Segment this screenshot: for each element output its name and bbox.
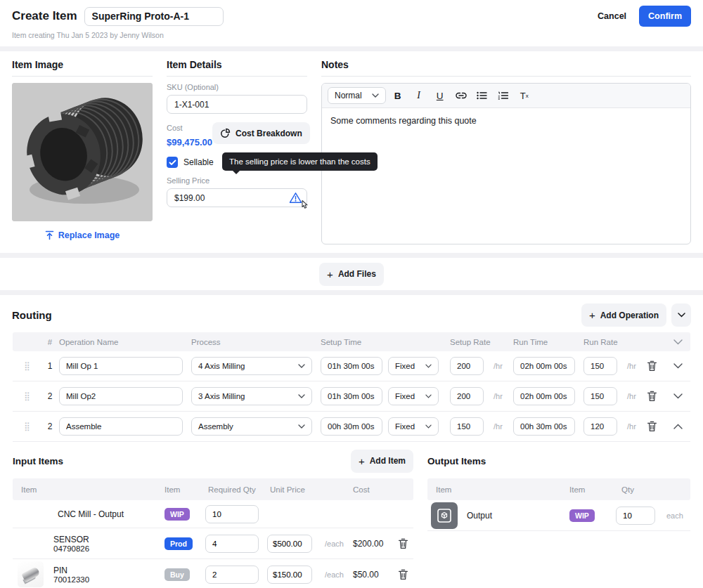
setup-time-input[interactable] [321,417,382,436]
rate-type-value: Fixed [395,422,415,431]
add-files-band: + Add Files [0,258,703,290]
item-type-badge: WIP [569,509,595,522]
drag-handle-icon[interactable]: ⣿ [13,422,41,431]
process-select[interactable]: Assembly [191,417,312,436]
item-name-input[interactable] [84,7,224,26]
operation-name-input[interactable] [59,387,183,405]
collapse-row-button[interactable] [665,424,690,429]
expand-row-button[interactable] [665,393,690,399]
setup-rate-input[interactable] [450,357,484,375]
delete-operation-button[interactable] [638,421,665,432]
clear-format-button[interactable]: Tx [515,87,534,104]
selling-price-input[interactable] [167,188,307,207]
section-divider [0,253,703,258]
drag-handle-icon[interactable]: ⣿ [13,361,41,371]
ordered-list-button[interactable] [494,87,512,104]
mouse-cursor-icon [299,200,310,214]
confirm-button[interactable]: Confirm [639,6,691,27]
item-sku-text: 70012330 [53,575,165,584]
operation-number: 2 [41,391,59,401]
input-items-section: Input Items + Add Item Item Item Require… [13,449,413,588]
expand-row-button[interactable] [665,363,690,369]
setup-rate-unit: /hr [488,422,509,431]
process-select[interactable]: 3 Axis Milling [191,387,312,405]
required-qty-input[interactable] [205,505,259,523]
italic-button[interactable]: I [410,87,428,104]
delete-operation-button[interactable] [638,391,665,402]
collapse-all-icon[interactable] [665,339,690,345]
chevron-up-icon [673,424,683,429]
ordered-list-icon [498,91,508,100]
sellable-label: Sellable [183,157,214,167]
delete-operation-button[interactable] [638,360,665,372]
link-button[interactable] [452,87,470,104]
operation-number: 2 [41,422,59,431]
underline-button[interactable]: U [431,87,449,104]
setup-rate-input[interactable] [450,387,484,405]
input-item-name: CNC Mill - Output [45,509,165,519]
replace-image-label: Replace Image [58,230,120,240]
required-qty-input[interactable] [205,535,259,553]
setup-rate-type-select[interactable]: Fixed [388,357,439,375]
run-time-input[interactable] [513,357,575,375]
col-num: # [41,338,59,346]
sku-input[interactable] [167,95,307,114]
setup-rate-type-select[interactable]: Fixed [388,387,439,405]
chevron-down-icon [425,394,432,398]
cost-breakdown-button[interactable]: Cost Breakdown [212,122,310,144]
run-time-input[interactable] [513,387,575,405]
notes-toolbar: Normal B I U Tx [322,84,690,108]
process-select[interactable]: 4 Axis Milling [191,357,312,375]
delete-item-button[interactable] [392,538,413,549]
required-qty-input[interactable] [205,566,259,584]
unit-price-input[interactable] [267,566,312,584]
per-unit-label: /each [319,540,353,548]
delete-item-button[interactable] [392,569,413,580]
upload-icon [45,230,54,240]
bold-button[interactable]: B [389,87,407,104]
routing-row: ⣿ 2 Assembly Fixed /hr /hr [13,412,690,442]
routing-row: ⣿ 2 3 Axis Milling Fixed /hr /hr [13,381,690,412]
run-time-input[interactable] [513,417,575,436]
ring-3d-render [12,83,153,221]
item-type-badge: WIP [165,508,190,521]
setup-rate-type-select[interactable]: Fixed [388,417,439,436]
operation-name-input[interactable] [59,357,183,375]
output-qty-input[interactable] [616,507,655,525]
operation-name-input[interactable] [59,417,183,436]
main-section: Item Image [0,51,703,253]
col-item: Item [427,485,458,494]
setup-time-input[interactable] [321,387,382,405]
col-setup-time: Setup Time [321,338,388,346]
output-items-header: Item Item Qty [427,478,690,500]
setup-rate-unit: /hr [488,392,509,400]
sellable-checkbox[interactable] [167,157,178,168]
routing-title: Routing [12,309,52,321]
add-item-button[interactable]: + Add Item [351,450,413,473]
add-files-button[interactable]: + Add Files [319,263,384,286]
item-thumbnail [18,561,44,587]
item-image [12,83,153,221]
cancel-button[interactable]: Cancel [598,11,626,21]
replace-image-link[interactable]: Replace Image [12,230,153,240]
plus-icon: + [359,455,365,467]
setup-time-input[interactable] [321,357,382,375]
bullet-list-button[interactable] [473,87,491,104]
check-icon [169,159,176,166]
run-rate-input[interactable] [583,387,617,405]
drag-handle-icon[interactable]: ⣿ [13,391,41,401]
add-operation-menu-button[interactable] [671,303,691,327]
unit-price-input[interactable] [267,535,312,553]
item-image-title: Item Image [12,59,153,77]
col-unit-price: Unit Price [270,485,319,494]
chevron-down-icon [372,93,379,98]
run-rate-input[interactable] [583,417,617,436]
add-operation-button[interactable]: + Add Operation [581,303,666,327]
bullet-list-icon [477,91,487,100]
format-select[interactable]: Normal [328,87,386,104]
notes-content[interactable]: Some comments regarding this quote [322,108,690,133]
run-rate-input[interactable] [583,357,617,375]
line-cost: $50.00 [353,570,392,580]
setup-rate-input[interactable] [450,417,484,436]
run-rate-unit: /hr [617,362,638,370]
